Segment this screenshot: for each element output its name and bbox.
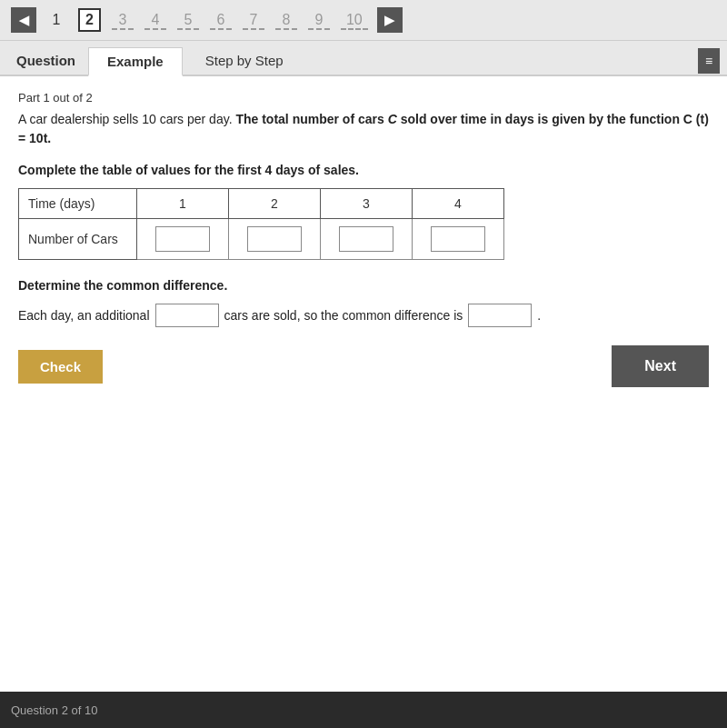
cars-day-1-cell xyxy=(136,219,228,260)
day-4-header: 4 xyxy=(412,189,503,219)
instruction-text: Complete the table of values for the fir… xyxy=(18,163,709,177)
number-of-cars-label: Number of Cars xyxy=(19,219,137,260)
bottom-question-label: Question 2 of 10 xyxy=(11,703,97,717)
values-table: Time (days) 1 2 3 4 Number of Cars xyxy=(18,188,504,260)
page-8[interactable]: 8 xyxy=(275,10,297,30)
tab-bar: Question Example Step by Step ≡ xyxy=(0,41,727,76)
page-2[interactable]: 2 xyxy=(78,8,101,32)
page-7[interactable]: 7 xyxy=(243,10,264,30)
day-2-header: 2 xyxy=(228,189,320,219)
prev-page-button[interactable]: ◀ xyxy=(11,7,36,33)
page-10[interactable]: 10 xyxy=(341,10,368,30)
tab-step-by-step[interactable]: Step by Step xyxy=(186,46,303,75)
table-row-header: Time (days) 1 2 3 4 xyxy=(19,189,504,219)
day-1-header: 1 xyxy=(136,189,228,219)
day-3-header: 3 xyxy=(320,189,412,219)
page-4[interactable]: 4 xyxy=(144,10,166,30)
determine-text: Determine the common difference. xyxy=(18,278,709,293)
bottom-bar: Question 2 of 10 xyxy=(0,692,727,728)
common-diff-text-1: Each day, an additional xyxy=(18,308,150,323)
period: . xyxy=(537,308,541,323)
page-numbers: 1 2 3 4 5 6 7 8 9 10 xyxy=(45,8,368,32)
page-1[interactable]: 1 xyxy=(45,10,67,30)
cars-day-3-input[interactable] xyxy=(339,226,393,252)
next-button[interactable]: Next xyxy=(612,345,709,387)
cars-day-4-input[interactable] xyxy=(431,226,485,252)
cars-day-2-input[interactable] xyxy=(247,226,302,252)
page-5[interactable]: 5 xyxy=(177,10,199,30)
question-tab-label[interactable]: Question xyxy=(7,47,85,74)
common-diff-row: Each day, an additional cars are sold, s… xyxy=(18,304,709,327)
question-text: A car dealership sells 10 cars per day. … xyxy=(18,110,709,148)
next-page-button[interactable]: ▶ xyxy=(377,7,403,33)
additional-cars-input[interactable] xyxy=(155,304,219,327)
pagination-bar: ◀ 1 2 3 4 5 6 7 8 9 10 ▶ xyxy=(0,0,727,41)
cars-day-4-cell xyxy=(412,219,503,260)
cars-day-1-input[interactable] xyxy=(155,226,210,252)
tab-example[interactable]: Example xyxy=(88,47,183,76)
cars-day-3-cell xyxy=(320,219,412,260)
page-3[interactable]: 3 xyxy=(112,10,134,30)
menu-icon[interactable]: ≡ xyxy=(698,48,720,74)
main-container: ◀ 1 2 3 4 5 6 7 8 9 10 ▶ Question Exampl… xyxy=(0,0,727,692)
common-diff-text-2: cars are sold, so the common difference … xyxy=(224,308,463,323)
content-area: Part 1 out of 2 A car dealership sells 1… xyxy=(0,76,727,692)
common-difference-input[interactable] xyxy=(468,304,532,327)
question-text-body: A car dealership sells 10 cars per day. … xyxy=(18,112,709,145)
page-6[interactable]: 6 xyxy=(210,10,232,30)
button-row: Check Next xyxy=(18,345,709,387)
cars-day-2-cell xyxy=(228,219,320,260)
time-days-label: Time (days) xyxy=(19,189,137,219)
table-row-values: Number of Cars xyxy=(19,219,504,260)
check-button[interactable]: Check xyxy=(18,350,103,384)
part-label: Part 1 out of 2 xyxy=(18,91,709,105)
page-9[interactable]: 9 xyxy=(308,10,330,30)
